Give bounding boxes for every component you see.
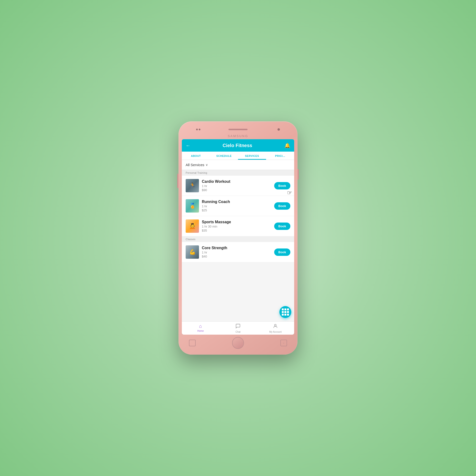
- brand-label: SAMSUNG: [182, 134, 294, 138]
- back-button[interactable]: ←: [186, 143, 190, 148]
- service-name-running: Running Coach: [202, 200, 271, 204]
- service-duration-running: 1 hr: [202, 204, 271, 208]
- tab-pricing[interactable]: PRICI...: [266, 152, 294, 160]
- tab-schedule[interactable]: SCHEDULE: [210, 152, 238, 160]
- service-duration-massage: 1 hr 30 min: [202, 225, 271, 228]
- service-name-cardio: Cardio Workout: [202, 179, 271, 184]
- service-info-massage: Sports Massage 1 hr 30 min $35: [202, 220, 271, 232]
- power-button: [298, 169, 299, 180]
- account-icon: [273, 323, 278, 330]
- book-button-running[interactable]: Book: [274, 202, 290, 210]
- chevron-down-icon: ∨: [206, 163, 208, 167]
- service-name-massage: Sports Massage: [202, 220, 271, 224]
- service-price-core: $40: [202, 255, 271, 258]
- service-item-cardio: 🏃 Cardio Workout 1 hr $90 Book ☞: [182, 176, 294, 196]
- app-screen: ← Cielo Fitness 🔔 ABOUT SCHEDULE SERVICE…: [182, 139, 294, 335]
- service-name-core: Core Strength: [202, 246, 271, 250]
- home-hardware-button[interactable]: [232, 337, 244, 349]
- service-thumb-core: 💪: [186, 245, 199, 259]
- service-duration-cardio: 1 hr: [202, 184, 271, 188]
- cursor-icon: ☞: [287, 189, 292, 196]
- service-price-massage: $35: [202, 229, 271, 232]
- fab-button[interactable]: [279, 306, 291, 318]
- phone-bottom-bar: ‹: [182, 335, 294, 350]
- service-info-cardio: Cardio Workout 1 hr $90: [202, 179, 271, 192]
- tab-services[interactable]: SERVICES: [238, 152, 266, 160]
- filter-label: All Services: [186, 163, 204, 167]
- service-price-running: $25: [202, 208, 271, 212]
- sensor-dot: [199, 129, 200, 130]
- sensor-dot: [196, 129, 198, 130]
- grid-icon: [282, 308, 289, 316]
- service-info-running: Running Coach 1 hr $25: [202, 200, 271, 212]
- app-title: Cielo Fitness: [190, 143, 284, 148]
- front-camera: [277, 128, 280, 131]
- phone-speaker: [228, 129, 248, 130]
- svg-point-0: [275, 324, 276, 326]
- home-icon: ⌂: [199, 323, 202, 329]
- nav-chat[interactable]: Chat: [219, 323, 256, 333]
- service-info-core: Core Strength 1 hr $40: [202, 246, 271, 258]
- filter-bar[interactable]: All Services ∨: [182, 160, 294, 170]
- service-duration-core: 1 hr: [202, 251, 271, 254]
- section-personal-training: Personal Training: [182, 170, 294, 176]
- nav-home-label: Home: [197, 330, 204, 332]
- phone-sensors: [196, 129, 200, 130]
- back-hardware-button[interactable]: ‹: [280, 340, 287, 346]
- nav-chat-label: Chat: [235, 331, 240, 333]
- service-price-cardio: $90: [202, 188, 271, 192]
- volume-button: [177, 174, 178, 188]
- phone-top-bar: [182, 126, 294, 133]
- service-thumb-massage: 💆: [186, 220, 199, 233]
- bottom-navigation: ⌂ Home Chat: [182, 321, 294, 335]
- service-item-running: 🏅 Running Coach 1 hr $25 Book: [182, 196, 294, 216]
- book-button-core[interactable]: Book: [274, 249, 290, 256]
- book-button-cardio[interactable]: Book: [274, 182, 290, 189]
- book-button-cardio-wrapper: Book ☞: [274, 182, 290, 189]
- nav-account-label: My Account: [269, 331, 282, 333]
- app-header: ← Cielo Fitness 🔔: [182, 139, 294, 152]
- services-content: All Services ∨ Personal Training 🏃 Cardi…: [182, 160, 294, 321]
- chat-icon: [235, 323, 241, 330]
- phone-screen: ← Cielo Fitness 🔔 ABOUT SCHEDULE SERVICE…: [182, 139, 294, 335]
- service-item-massage: 💆 Sports Massage 1 hr 30 min $35 Book: [182, 216, 294, 236]
- notification-bell-icon[interactable]: 🔔: [284, 143, 290, 148]
- book-button-massage[interactable]: Book: [274, 222, 290, 230]
- nav-account[interactable]: My Account: [257, 323, 294, 333]
- service-thumb-cardio: 🏃: [186, 179, 199, 192]
- section-classes: Classes: [182, 236, 294, 242]
- phone-device: SAMSUNG ← Cielo Fitness 🔔 ABOUT SCHEDULE…: [178, 121, 298, 355]
- tab-about[interactable]: ABOUT: [182, 152, 210, 160]
- service-item-core: 💪 Core Strength 1 hr $40 Book: [182, 242, 294, 262]
- recent-apps-button[interactable]: [189, 340, 196, 346]
- nav-home[interactable]: ⌂ Home: [182, 323, 219, 333]
- service-thumb-running: 🏅: [186, 199, 199, 213]
- tab-bar: ABOUT SCHEDULE SERVICES PRICI...: [182, 152, 294, 160]
